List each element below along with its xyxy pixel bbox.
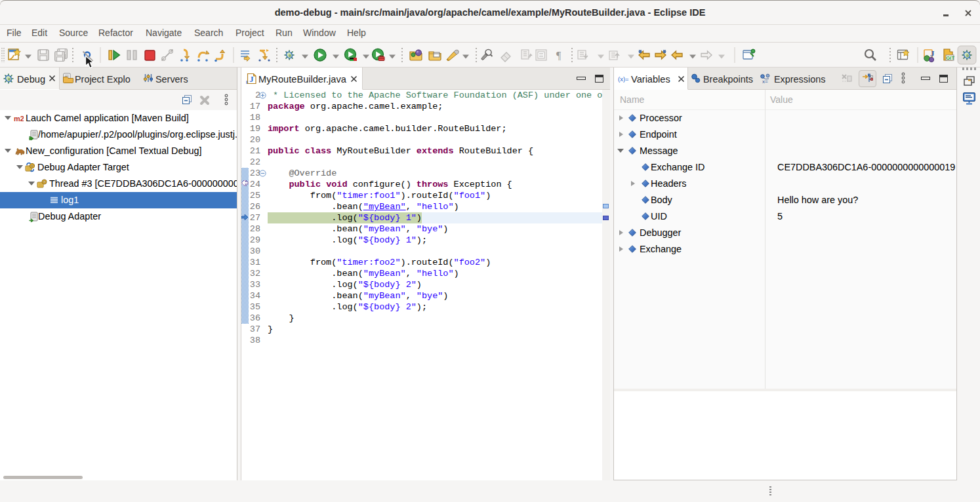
svg-text:J: J <box>930 48 935 58</box>
svg-text:¶: ¶ <box>556 50 561 61</box>
svg-text:GIT: GIT <box>947 55 955 61</box>
svg-text:(x)=: (x)= <box>618 75 629 83</box>
svg-text:x=: x= <box>762 79 768 84</box>
svg-text:J: J <box>250 75 254 84</box>
svg-text:i: i <box>246 79 247 85</box>
svg-text:m2: m2 <box>14 115 24 123</box>
